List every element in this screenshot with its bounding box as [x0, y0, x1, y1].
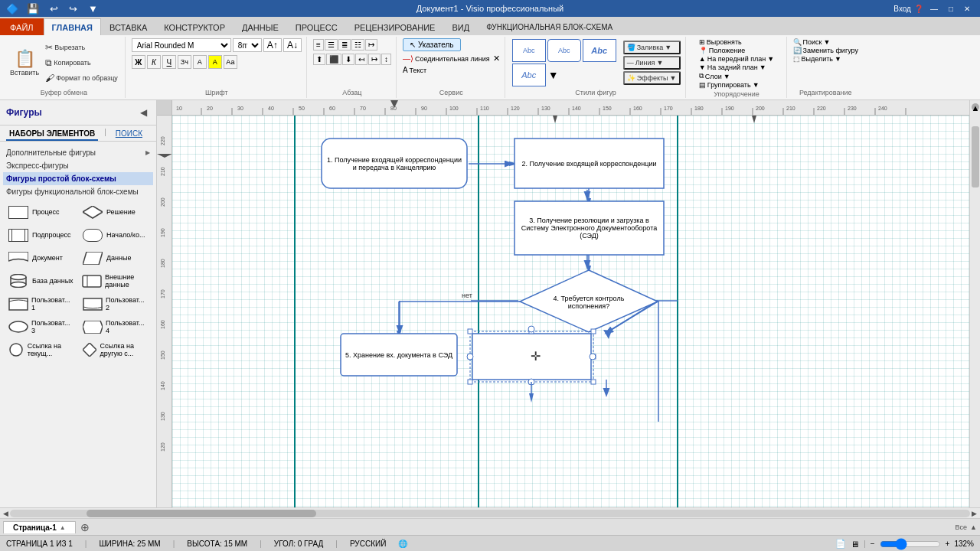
front-btn[interactable]: ▲ На передний план ▼: [699, 55, 774, 63]
style-btn-1[interactable]: Abc: [512, 39, 546, 62]
conn-right[interactable]: [590, 354, 596, 360]
strikethrough-btn[interactable]: Зч: [178, 55, 191, 69]
align-center-btn[interactable]: ☰: [325, 39, 338, 51]
font-color-btn[interactable]: A: [193, 55, 207, 69]
section-simple-flowchart[interactable]: Фигуры простой блок-схемы: [3, 172, 153, 185]
list-btn[interactable]: ☷: [351, 39, 364, 51]
format-painter-button[interactable]: 🖌 Формат по образцу: [43, 71, 120, 85]
bold-btn[interactable]: Ж: [132, 55, 145, 69]
uppercase-btn[interactable]: Аа: [224, 55, 237, 69]
zoom-out-btn[interactable]: −: [871, 540, 875, 548]
tab-process[interactable]: ПРОЦЕСС: [287, 18, 346, 35]
align-top-btn[interactable]: ⬆: [313, 54, 325, 65]
canvas-area[interactable]: 10 20 30 40 50 60 70 80 90 100 110 120 1…: [157, 100, 969, 507]
align-left-btn[interactable]: ≡: [313, 39, 324, 51]
shape-item-decision[interactable]: Решение: [80, 203, 150, 221]
scroll-left-btn[interactable]: ◀: [2, 510, 10, 517]
scroll-up-btn[interactable]: ▲: [972, 103, 979, 111]
search-btn[interactable]: 🔍 Поиск ▼: [793, 38, 831, 46]
scroll-thumb[interactable]: [972, 126, 979, 187]
view-icon-btn[interactable]: 🖥: [851, 540, 859, 549]
back-btn[interactable]: ▼ На задний план ▼: [699, 64, 766, 71]
highlight-btn[interactable]: A: [208, 55, 222, 69]
tab-design[interactable]: КОНСТРУКТОР: [155, 18, 234, 35]
redo-btn[interactable]: ↪: [67, 2, 80, 15]
right-scrollbar[interactable]: ▲: [969, 100, 980, 507]
handle-tr[interactable]: [591, 329, 596, 334]
tab-view[interactable]: ВИД: [443, 18, 478, 35]
handle-tl[interactable]: [468, 329, 472, 334]
panel-tab-search[interactable]: ПОИСК: [113, 128, 145, 141]
panel-collapse-btn[interactable]: ◀: [140, 107, 147, 118]
scroll-track[interactable]: [10, 510, 970, 517]
save-btn[interactable]: 💾: [24, 2, 41, 15]
login-btn[interactable]: Вход: [893, 5, 911, 13]
shape-item-user2[interactable]: Пользоват... 2: [80, 295, 150, 313]
conn-left[interactable]: [467, 354, 473, 360]
shape-item-link2[interactable]: Ссылка на другую с...: [80, 341, 150, 359]
zoom-slider[interactable]: [880, 541, 941, 547]
effects-btn[interactable]: ✨ Эффекты ▼: [623, 71, 681, 85]
font-shrink-btn[interactable]: A↓: [283, 38, 302, 52]
style-btn-3[interactable]: Abc: [583, 39, 616, 62]
section-functional-flowchart[interactable]: Фигуры функциональной блок-схемы: [3, 185, 153, 198]
replace-shape-btn[interactable]: 🔄 Заменить фигуру: [793, 47, 858, 54]
shape-item-user4[interactable]: Пользоват... 4: [80, 318, 150, 336]
position-btn[interactable]: 📍 Положение: [699, 47, 746, 54]
indent-btn[interactable]: ↦: [365, 39, 377, 51]
copy-button[interactable]: ⧉ Копировать: [43, 56, 120, 70]
tab-home[interactable]: ГЛАВНАЯ: [44, 18, 101, 35]
paste-button[interactable]: 📋 Вставить: [8, 47, 41, 78]
page-tab-1[interactable]: Страница-1 ▲: [3, 521, 76, 533]
maximize-btn[interactable]: □: [945, 4, 957, 14]
shape-item-database[interactable]: База данных: [6, 272, 76, 290]
qa-dropdown[interactable]: ▼: [86, 2, 100, 15]
tab-file[interactable]: ФАЙЛ: [0, 18, 44, 35]
italic-btn[interactable]: К: [147, 55, 161, 69]
align-right-btn[interactable]: ≣: [338, 39, 351, 51]
style-btn-4[interactable]: Abc: [512, 64, 546, 86]
direction-btn[interactable]: ↕: [381, 54, 391, 65]
shape-item-user3[interactable]: Пользоват... 3: [6, 318, 76, 336]
conn-top[interactable]: [528, 326, 534, 332]
zoom-in-btn[interactable]: +: [946, 540, 950, 548]
shape-item-start[interactable]: Начало/ко...: [80, 226, 150, 244]
font-name-select[interactable]: Arial Rounded M: [132, 38, 231, 52]
shape-item-document[interactable]: Документ: [6, 249, 76, 267]
connector-close-btn[interactable]: ✕: [493, 54, 500, 64]
undo-btn[interactable]: ↩: [47, 2, 60, 15]
view-normal-btn[interactable]: 📄: [835, 539, 846, 549]
align-btn[interactable]: ⊞ Выровнять: [699, 38, 742, 46]
decrease-indent-btn[interactable]: ↤: [355, 54, 368, 65]
add-page-btn[interactable]: ⊕: [80, 521, 90, 533]
align-bottom-btn[interactable]: ⬇: [342, 54, 354, 65]
hscroll[interactable]: ◀ ▶: [0, 507, 980, 518]
group-btn[interactable]: ▤ Группировать ▼: [699, 81, 760, 89]
shape-item-link1[interactable]: Ссылка на текущ...: [6, 341, 76, 359]
shape-item-user1[interactable]: Пользоват... 1: [6, 295, 76, 313]
font-size-select[interactable]: 8пт: [233, 38, 262, 52]
style-btn-2[interactable]: Abc: [547, 39, 581, 62]
font-grow-btn[interactable]: A↑: [263, 38, 282, 52]
pointer-tool-btn[interactable]: ↖ Указатель: [403, 38, 461, 51]
tab-functional[interactable]: ФУНКЦИОНАЛЬНАЯ БЛОК-СХЕМА: [478, 18, 621, 35]
scroll-thumb-h[interactable]: [87, 510, 316, 517]
line-btn[interactable]: — Линия ▼: [623, 56, 681, 70]
tab-review[interactable]: РЕЦЕНЗИРОВАНИЕ: [346, 18, 444, 35]
select-btn[interactable]: ⬚ Выделить ▼: [793, 55, 841, 63]
fill-btn[interactable]: 🪣 Заливка ▼: [623, 41, 681, 54]
grid-canvas[interactable]: нет 1. Получение входящей корреспонденци…: [172, 116, 969, 507]
panel-tab-elements[interactable]: НАБОРЫ ЭЛЕМЕНТОВ: [6, 128, 98, 141]
minimize-btn[interactable]: —: [926, 4, 942, 14]
shape-item-data[interactable]: Данные: [80, 249, 150, 267]
scroll-right-btn[interactable]: ▶: [970, 510, 978, 517]
tab-data[interactable]: ДАННЫЕ: [234, 18, 287, 35]
handle-bl[interactable]: [468, 380, 472, 384]
shape-item-external[interactable]: Внешние данные: [80, 272, 150, 290]
close-btn[interactable]: ✕: [960, 4, 974, 14]
cut-button[interactable]: ✂ Вырезать: [43, 41, 120, 54]
underline-btn[interactable]: Ч: [162, 55, 176, 69]
increase-indent-btn[interactable]: ↦: [368, 54, 381, 65]
section-express[interactable]: Экспресс-фигуры: [3, 159, 153, 172]
align-middle-btn[interactable]: ⬛: [326, 54, 341, 65]
